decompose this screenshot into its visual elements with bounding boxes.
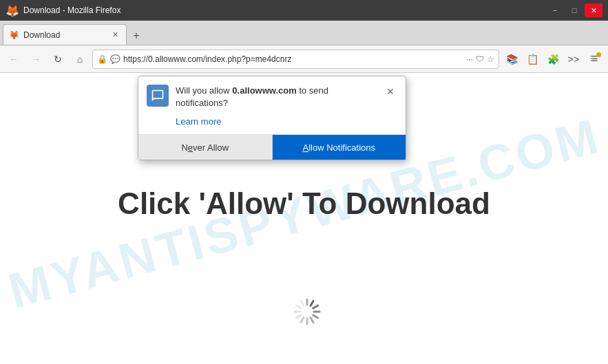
title-bar-left: 🦊 Download - Mozilla Firefox bbox=[6, 4, 120, 17]
nav-right-icons: 📚 📋 🧩 >> ≡ bbox=[502, 50, 604, 69]
url-text: https://0.allowww.com/index.php?p=me4dcn… bbox=[123, 54, 463, 64]
address-icons: ··· 🛡 ☆ bbox=[466, 54, 494, 64]
tab-favicon: 🦊 bbox=[9, 30, 19, 40]
popup-chat-icon bbox=[147, 85, 169, 107]
popup-title-before: Will you allow bbox=[176, 85, 232, 96]
back-button[interactable]: ← bbox=[4, 50, 23, 69]
svg-line-11 bbox=[301, 301, 304, 306]
popup-domain: 0.allowww.com bbox=[232, 85, 296, 96]
svg-line-5 bbox=[311, 318, 313, 323]
title-bar-controls: − □ ✕ bbox=[546, 3, 602, 17]
title-bar: 🦊 Download - Mozilla Firefox − □ ✕ bbox=[0, 0, 608, 21]
popup-text: Will you allow 0.allowww.com to send not… bbox=[176, 85, 377, 109]
learn-more-link[interactable]: Learn more bbox=[176, 116, 221, 127]
nav-bar: ← → ↻ ⌂ 🔒 💬 https://0.allowww.com/index.… bbox=[0, 45, 608, 73]
shield-icon[interactable]: 🛡 bbox=[476, 54, 484, 64]
more-options-icon[interactable]: ··· bbox=[466, 54, 473, 64]
allow-notifications-button[interactable]: Allow Notifications bbox=[273, 135, 406, 160]
never-allow-button[interactable]: Never Allow bbox=[138, 135, 273, 160]
svg-line-7 bbox=[301, 318, 304, 323]
popup-close-button[interactable]: ✕ bbox=[384, 85, 397, 98]
maximize-button[interactable]: □ bbox=[565, 3, 583, 17]
tab-download[interactable]: 🦊 Download ✕ bbox=[3, 24, 127, 45]
overflow-button[interactable]: >> bbox=[564, 50, 583, 69]
address-bar[interactable]: 🔒 💬 https://0.allowww.com/index.php?p=me… bbox=[92, 50, 499, 69]
never-allow-label: Never Allow bbox=[181, 142, 229, 153]
svg-line-8 bbox=[296, 315, 301, 318]
bookmark-icon[interactable]: ☆ bbox=[487, 54, 494, 64]
window-title: Download - Mozilla Firefox bbox=[23, 6, 120, 15]
svg-line-10 bbox=[296, 306, 301, 308]
reload-button[interactable]: ↻ bbox=[48, 50, 67, 69]
tab-title: Download bbox=[23, 30, 105, 40]
tab-bar: 🦊 Download ✕ + bbox=[0, 21, 608, 45]
security-icon: 🔒 bbox=[97, 54, 107, 64]
popup-learn-more: Learn more bbox=[138, 115, 406, 134]
extensions-icon[interactable]: 🧩 bbox=[543, 50, 563, 69]
loading-spinner bbox=[291, 295, 318, 323]
svg-line-2 bbox=[313, 306, 317, 308]
library-icon[interactable]: 📚 bbox=[502, 50, 521, 69]
firefox-logo-icon: 🦊 bbox=[6, 4, 19, 17]
popup-header: Will you allow 0.allowww.com to send not… bbox=[138, 76, 406, 115]
menu-button[interactable]: ≡ bbox=[585, 50, 604, 69]
new-tab-button[interactable]: + bbox=[127, 27, 146, 45]
page-main-text: Click 'Allow' To Download bbox=[118, 186, 490, 221]
allow-label: Allow Notifications bbox=[303, 142, 376, 153]
popup-buttons: Never Allow Allow Notifications bbox=[138, 134, 406, 160]
forward-button[interactable]: → bbox=[26, 50, 45, 69]
home-button[interactable]: ⌂ bbox=[70, 50, 90, 69]
permissions-icon: 💬 bbox=[110, 54, 120, 64]
tab-close-button[interactable]: ✕ bbox=[109, 30, 120, 41]
synced-tabs-icon[interactable]: 📋 bbox=[523, 50, 542, 69]
close-button[interactable]: ✕ bbox=[585, 3, 602, 17]
svg-line-4 bbox=[313, 315, 317, 318]
svg-line-1 bbox=[311, 301, 313, 306]
browser-content: MYANTISPYWARE.COM Click 'Allow' To Downl… bbox=[0, 73, 608, 364]
spinner bbox=[291, 295, 318, 323]
minimize-button[interactable]: − bbox=[546, 3, 564, 17]
notification-popup: Will you allow 0.allowww.com to send not… bbox=[138, 76, 406, 160]
